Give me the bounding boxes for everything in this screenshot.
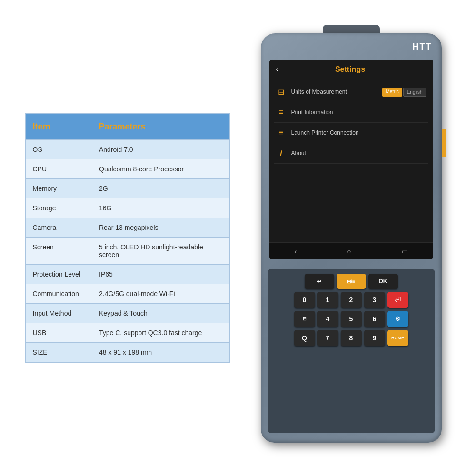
printer-conn-label: Launch Printer Connection [291,129,426,136]
table-item-screen: Screen [26,238,92,265]
about-label: About [291,150,426,157]
table-item-storage: Storage [26,198,92,218]
device-body: HTT ‹ Settings ⊟ Units of Measurement [261,33,442,443]
keypad-row-2: 0 1 2 3 ⏎ [271,292,431,308]
key-fn[interactable]: ⊟/≡ [337,274,366,289]
table-item-camera: Camera [26,218,92,238]
print-icon: ≡ [276,107,287,118]
key-9[interactable]: 9 [364,330,385,346]
key-ok[interactable]: OK [368,274,398,289]
key-fn2[interactable]: ⊟ [294,311,315,327]
table-params-screen: 5 inch, OLED HD sunlight-readable screen [92,238,229,265]
table-params-os: Android 7.0 [92,140,229,159]
page-container: Item Parameters OSAndroid 7.0CPUQualcomm… [0,0,476,476]
key-q[interactable]: Q [294,330,315,346]
key-3[interactable]: 3 [364,292,385,308]
table-item-usb: USB [26,323,92,343]
key-enter[interactable]: ⏎ [387,292,408,308]
units-icon: ⊟ [276,87,287,97]
metric-button[interactable]: Metric [382,88,402,97]
key-7[interactable]: 7 [317,330,338,346]
screen-body: ⊟ Units of Measurement Metric English ≡ [269,78,433,242]
keypad-row-3: ⊟ 4 5 6 ⚙ [271,311,431,327]
settings-row-print[interactable]: ≡ Print Information [274,102,428,123]
table-params-protection-level: IP65 [92,265,229,284]
key-settings[interactable]: ⚙ [387,311,408,327]
table-params-usb: Type C, support QC3.0 fast charge [92,323,229,343]
side-button[interactable] [442,129,446,157]
units-btn-group: Metric English [382,88,426,97]
spec-table-section: Item Parameters OSAndroid 7.0CPUQualcomm… [25,113,230,363]
nav-recents-icon[interactable]: ▭ [402,248,408,255]
key-8[interactable]: 8 [341,330,362,346]
table-item-os: OS [26,140,92,159]
keypad-row-1: ↩ ⊟/≡ OK [271,274,431,289]
col-item-header: Item [26,114,92,140]
settings-row-units[interactable]: ⊟ Units of Measurement Metric English [274,82,428,102]
settings-row-about[interactable]: i About [274,143,428,164]
screen-title: Settings [284,65,426,74]
key-home[interactable]: HOME [387,330,408,346]
table-params-cpu: Qualcomm 8-core Processor [92,159,229,179]
device-brand: HTT [413,42,432,52]
col-params-header: Parameters [92,114,229,140]
screen-content: ‹ Settings ⊟ Units of Measurement Metric… [269,60,433,259]
table-item-input-method: Input Method [26,304,92,323]
key-1[interactable]: 1 [317,292,338,308]
keypad-row-4: Q 7 8 9 HOME [271,330,431,346]
table-params-storage: 16G [92,198,229,218]
key-5[interactable]: 5 [341,311,362,327]
specifications-table: Item Parameters OSAndroid 7.0CPUQualcomm… [25,113,230,363]
units-label: Units of Measurement [291,89,383,95]
screen-header: ‹ Settings [269,60,433,78]
device-wrapper: HTT ‹ Settings ⊟ Units of Measurement [261,33,442,443]
keypad-area: ↩ ⊟/≡ OK 0 1 2 3 ⏎ ⊟ 4 [268,269,435,433]
table-item-memory: Memory [26,179,92,198]
key-6[interactable]: 6 [364,311,385,327]
device-section: HTT ‹ Settings ⊟ Units of Measurement [251,33,451,443]
table-item-size: SIZE [26,343,92,363]
key-2[interactable]: 2 [341,292,362,308]
nav-home-icon[interactable]: ○ [347,248,351,255]
table-params-input-method: Keypad & Touch [92,304,229,323]
table-item-communication: Communication [26,284,92,304]
nav-back-icon[interactable]: ‹ [294,248,297,255]
key-back[interactable]: ↩ [305,274,334,289]
table-params-communication: 2.4G/5G dual-mode Wi-Fi [92,284,229,304]
table-item-protection-level: Protection Level [26,265,92,284]
key-4[interactable]: 4 [317,311,338,327]
table-params-size: 48 x 91 x 198 mm [92,343,229,363]
table-item-cpu: CPU [26,159,92,179]
device-screen: ‹ Settings ⊟ Units of Measurement Metric… [269,60,433,259]
english-button[interactable]: English [403,88,426,97]
table-params-camera: Rear 13 megapixels [92,218,229,238]
key-0[interactable]: 0 [294,292,315,308]
about-icon: i [276,148,287,159]
table-params-memory: 2G [92,179,229,198]
android-navbar: ‹ ○ ▭ [269,242,433,259]
printer-conn-icon: ≡ [276,128,287,138]
print-label: Print Information [291,109,426,116]
back-icon[interactable]: ‹ [276,64,279,74]
settings-row-printer-conn[interactable]: ≡ Launch Printer Connection [274,123,428,143]
